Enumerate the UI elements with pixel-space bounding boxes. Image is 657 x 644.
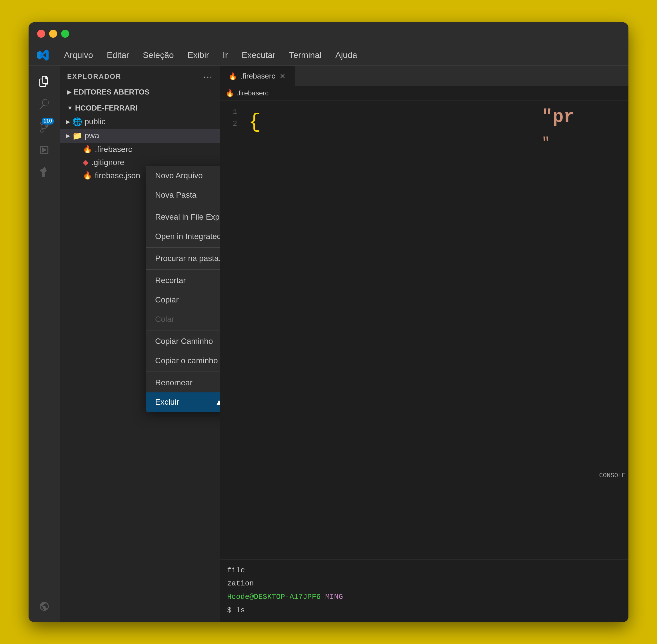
main-layout: 110 xyxy=(28,66,629,622)
menu-executar[interactable]: Executar xyxy=(235,47,282,63)
menu-exibir[interactable]: Exibir xyxy=(181,47,216,63)
line-number-1: 1 xyxy=(220,106,237,118)
editor-area: 🔥 .firebaserc ✕ 🔥 .firebaserc 1 2 xyxy=(220,66,629,622)
right-partial-text-1: "pr xyxy=(537,100,629,134)
tab-firebaserc-label: .firebaserc xyxy=(241,72,275,80)
sidebar-title: EXPLORADOR xyxy=(67,72,121,80)
menu-ir[interactable]: Ir xyxy=(216,47,235,63)
hcode-ferrari-chevron: ▼ xyxy=(67,105,73,111)
menu-selecao[interactable]: Seleção xyxy=(136,47,181,63)
terminal-line-2: zation xyxy=(227,577,621,590)
context-sep-1 xyxy=(146,206,220,206)
context-sep-4 xyxy=(146,330,220,330)
context-new-file[interactable]: Novo Arquivo xyxy=(146,166,220,185)
context-new-folder[interactable]: Nova Pasta xyxy=(146,185,220,205)
context-paste-label: Colar xyxy=(155,315,174,324)
file-firebase-json-name: firebase.json xyxy=(95,171,140,180)
context-sep-5 xyxy=(146,371,220,372)
minimize-button[interactable] xyxy=(49,30,57,38)
sidebar-header: EXPLORADOR ··· xyxy=(60,66,220,85)
context-copy[interactable]: Copiar Ctrl+C xyxy=(146,290,220,309)
firebase-tab-icon: 🔥 xyxy=(228,72,237,80)
context-delete[interactable]: Excluir Delete ▲ xyxy=(146,392,220,412)
tabs-bar: 🔥 .firebaserc ✕ xyxy=(220,66,629,86)
terminal-prompt-green: Hcode@DESKTOP-A17JPF6 xyxy=(227,593,321,601)
tab-firebaserc[interactable]: 🔥 .firebaserc ✕ xyxy=(220,66,295,86)
breadcrumb-bar: 🔥 .firebaserc xyxy=(220,86,629,100)
source-control-badge: 110 xyxy=(42,118,54,124)
vscode-logo xyxy=(28,49,57,62)
folder-public[interactable]: ▶ 🌐 public xyxy=(60,115,220,129)
open-editors-chevron: ▶ xyxy=(67,89,71,95)
menu-bar: Arquivo Editar Seleção Exibir Ir Executa… xyxy=(57,47,364,63)
context-open-terminal[interactable]: Open in Integrated Terminal xyxy=(146,227,220,246)
open-editors-header[interactable]: ▶ EDITORES ABERTOS xyxy=(60,85,220,99)
context-copy-path-label: Copiar Caminho xyxy=(155,337,213,346)
menu-arquivo[interactable]: Arquivo xyxy=(57,47,100,63)
terminal-command: $ ls xyxy=(227,606,245,615)
context-rename[interactable]: Renomear F2 xyxy=(146,373,220,392)
context-paste[interactable]: Colar Ctrl+V xyxy=(146,309,220,329)
context-find-folder[interactable]: Procurar na pasta... Shift+Alt+F xyxy=(146,249,220,268)
open-editors-label: EDITORES ABERTOS xyxy=(74,88,150,96)
context-rename-label: Renomear xyxy=(155,378,192,387)
file-gitignore-name: .gitignore xyxy=(91,158,124,167)
right-partial-text-2: " xyxy=(537,134,629,152)
terminal-line-4: $ ls xyxy=(227,604,621,617)
context-cut-label: Recortar xyxy=(155,276,186,285)
tab-close-button[interactable]: ✕ xyxy=(278,72,287,80)
folder-public-name: public xyxy=(85,117,106,126)
terminal-file-text: file xyxy=(227,566,245,575)
terminal-prompt-pink: MING xyxy=(325,593,343,601)
vscode-window: Arquivo Editar Seleção Exibir Ir Executa… xyxy=(28,22,629,622)
context-reveal-explorer[interactable]: Reveal in File Explorer Shift+Alt+R xyxy=(146,207,220,227)
editor-content[interactable]: 1 2 { "pr " CONSOLE xyxy=(220,100,629,559)
folder-pwa[interactable]: ▶ 📁 pwa xyxy=(60,129,220,143)
terminal-line-3: Hcode@DESKTOP-A17JPF6 MING xyxy=(227,590,621,604)
hcode-ferrari-header[interactable]: ▼ HCODE-FERRARI xyxy=(60,101,220,115)
menu-terminal[interactable]: Terminal xyxy=(282,47,328,63)
breadcrumb: .firebaserc xyxy=(236,89,269,97)
context-copy-relative-label: Copiar o caminho relativo xyxy=(155,356,220,365)
context-find-folder-label: Procurar na pasta... xyxy=(155,254,220,263)
traffic-lights xyxy=(37,30,69,38)
folder-pwa-chevron: ▶ xyxy=(66,132,70,139)
context-copy-relative-path[interactable]: Copiar o caminho relativo Ctrl+K Ctrl+Sh… xyxy=(146,351,220,370)
activity-search[interactable] xyxy=(34,94,54,114)
context-menu: Novo Arquivo Nova Pasta Reveal in File E… xyxy=(146,166,220,412)
terminal-zation-text: zation xyxy=(227,579,254,588)
sidebar-more-button[interactable]: ··· xyxy=(203,71,213,82)
activity-source-control[interactable]: 110 xyxy=(34,117,54,137)
context-cut[interactable]: Recortar Ctrl+X xyxy=(146,271,220,290)
activity-explorer[interactable] xyxy=(34,71,54,91)
context-new-file-label: Novo Arquivo xyxy=(155,171,203,180)
cursor-pointer: ▲ xyxy=(214,397,220,407)
firebase-icon-2: 🔥 xyxy=(83,171,92,180)
close-button[interactable] xyxy=(37,30,45,38)
activity-remote[interactable] xyxy=(34,596,54,616)
file-firebaserc[interactable]: 🔥 .firebaserc xyxy=(60,143,220,156)
terminal-line-1: file xyxy=(227,564,621,577)
terminal-area: file zation Hcode@DESKTOP-A17JPF6 MING $… xyxy=(220,559,629,622)
menu-editar[interactable]: Editar xyxy=(100,47,136,63)
context-sep-3 xyxy=(146,269,220,270)
title-bar xyxy=(28,22,629,45)
context-copy-label: Copiar xyxy=(155,295,179,304)
globe-folder-icon: 🌐 xyxy=(72,117,82,127)
activity-extensions[interactable] xyxy=(34,163,54,183)
activity-run[interactable] xyxy=(34,140,54,160)
line-number-2: 2 xyxy=(220,118,237,130)
folder-public-chevron: ▶ xyxy=(66,118,70,125)
line-numbers: 1 2 xyxy=(220,100,243,559)
file-firebaserc-name: .firebaserc xyxy=(95,145,132,154)
sidebar: EXPLORADOR ··· ▶ EDITORES ABERTOS ▼ HCOD… xyxy=(60,66,220,622)
context-copy-path[interactable]: Copiar Caminho Shift+Alt+C xyxy=(146,331,220,351)
console-label: CONSOLE xyxy=(599,472,626,479)
menu-ajuda[interactable]: Ajuda xyxy=(328,47,364,63)
context-open-terminal-label: Open in Integrated Terminal xyxy=(155,232,220,241)
context-sep-2 xyxy=(146,247,220,248)
context-reveal-label: Reveal in File Explorer xyxy=(155,212,220,222)
maximize-button[interactable] xyxy=(61,30,69,38)
folder-icon: 📁 xyxy=(72,131,82,140)
context-new-folder-label: Nova Pasta xyxy=(155,190,197,200)
